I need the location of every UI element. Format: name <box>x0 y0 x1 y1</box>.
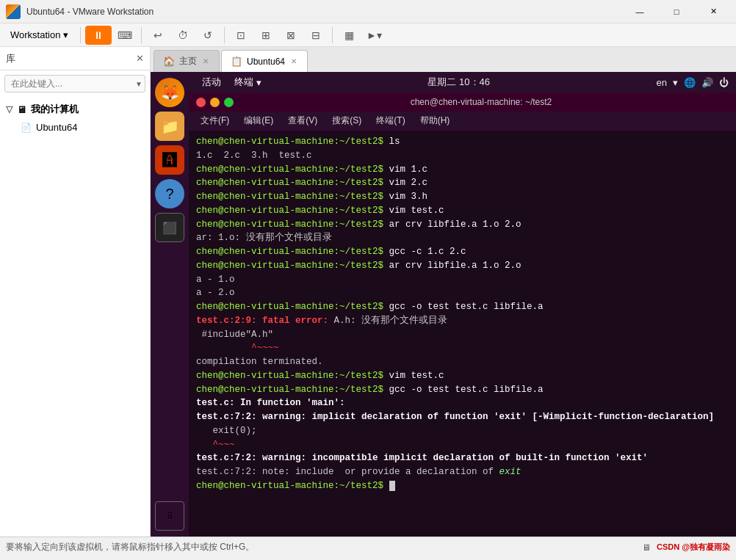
sidebar-close[interactable]: ✕ <box>136 53 144 64</box>
dock-help[interactable]: ? <box>155 179 184 208</box>
terminal-line: chen@chen-virtual-machine:~/test2$ vim 2… <box>196 176 729 190</box>
terminal-line: test.c:7:2: warning: incompatible implic… <box>196 451 729 465</box>
terminal-line: chen@chen-virtual-machine:~/test2$ <box>196 479 729 493</box>
separator4 <box>332 27 333 43</box>
terminal-line: 1.c 2.c 3.h test.c <box>196 149 729 163</box>
home-icon: 🏠 <box>163 56 175 67</box>
status-bar: 要将输入定向到该虚拟机，请将鼠标指针移入其中或按 Ctrl+G。 🖥 CSDN … <box>0 537 736 557</box>
terminal-line: chen@chen-virtual-machine:~/test2$ gcc -… <box>196 245 729 259</box>
separator3 <box>224 27 225 43</box>
dock-files[interactable]: 📁 <box>155 112 184 141</box>
my-computer-label: 我的计算机 <box>31 103 79 116</box>
terminal-line: test.c:7:2: warning: implicit declaratio… <box>196 410 729 424</box>
ubuntu-title-bar: chen@chen-virtual-machine: ~/test2 <box>189 92 736 112</box>
toolbar-btn-more[interactable]: ►▾ <box>362 25 386 46</box>
toolbar-btn-zoom[interactable]: ⊟ <box>304 25 328 46</box>
ubuntu-header: 活动 终端 ▾ 星期二 10：46 en ▾ 🌐 🔊 <box>189 72 736 112</box>
window-title: Ubuntu64 - VMware Workstation <box>26 7 623 17</box>
terminal-output[interactable]: chen@chen-virtual-machine:~/test2$ ls1.c… <box>189 131 736 537</box>
power-icon: ⏻ <box>719 77 729 88</box>
terminal-line: #include"A.h" <box>196 328 729 342</box>
menu-help[interactable]: 帮助(H) <box>414 113 456 128</box>
terminal-line: test.c:7:2: note: include or provide a d… <box>196 465 729 479</box>
terminal-line: chen@chen-virtual-machine:~/test2$ ls <box>196 135 729 149</box>
brand-label: CSDN @独有凝雨染 <box>657 542 730 553</box>
sidebar-header: 库 ✕ <box>0 47 150 70</box>
terminal-menu-label[interactable]: 终端 ▾ <box>234 76 261 89</box>
toolbar-btn-fit[interactable]: ⊠ <box>279 25 303 46</box>
dock-apps[interactable]: ⠿ <box>155 501 184 531</box>
menu-edit[interactable]: 编辑(E) <box>238 113 279 128</box>
terminal-line: a - 2.o <box>196 286 729 300</box>
toolbar-btn-unity[interactable]: ⊞ <box>254 25 278 46</box>
ubuntu-window-buttons <box>196 98 234 107</box>
sidebar-item-my-computer[interactable]: ▽ 🖥 我的计算机 <box>0 100 150 119</box>
terminal-line: compilation terminated. <box>196 355 729 369</box>
ubuntu64-label: Ubuntu64 <box>36 122 77 133</box>
terminal-line: ^~~~~ <box>196 341 729 355</box>
status-right: 🖥 CSDN @独有凝雨染 <box>642 542 730 553</box>
status-message: 要将输入定向到该虚拟机，请将鼠标指针移入其中或按 Ctrl+G。 <box>6 541 254 553</box>
tab-ubuntu64[interactable]: 📋 Ubuntu64 ✕ <box>221 50 308 72</box>
ubuntu-window-title: chen@chen-virtual-machine: ~/test2 <box>234 97 729 107</box>
terminal-line: test.c:2:9: fatal error: A.h: 没有那个文件或目录 <box>196 314 729 328</box>
menu-file[interactable]: 文件(F) <box>195 113 235 128</box>
ubuntu-minimize-btn[interactable] <box>210 98 220 107</box>
title-bar: Ubuntu64 - VMware Workstation — □ ✕ <box>0 0 736 23</box>
home-tab-close[interactable]: ✕ <box>201 56 210 67</box>
maximize-button[interactable]: □ <box>660 4 693 19</box>
ubuntu-top-bar: 活动 终端 ▾ 星期二 10：46 en ▾ 🌐 🔊 <box>189 72 736 92</box>
vm-file-icon: 📄 <box>21 123 32 133</box>
workstation-menu[interactable]: Workstation ▾ <box>3 26 76 43</box>
terminal-area[interactable]: 活动 终端 ▾ 星期二 10：46 en ▾ 🌐 🔊 <box>189 72 736 537</box>
dock-firefox[interactable]: 🦊 <box>155 78 184 107</box>
content-area: 🏠 主页 ✕ 📋 Ubuntu64 ✕ 🦊 📁 🅰 ? ⬛ ⠿ <box>151 47 736 537</box>
sidebar-item-ubuntu64[interactable]: 📄 Ubuntu64 <box>0 119 150 136</box>
toolbar: Workstation ▾ ⏸ ⌨ ↩ ⏱ ↺ ⊡ ⊞ ⊠ ⊟ ▦ ►▾ <box>0 23 736 47</box>
terminal-line: chen@chen-virtual-machine:~/test2$ gcc -… <box>196 300 729 314</box>
ubuntu-maximize-btn[interactable] <box>224 98 234 107</box>
terminal-line: chen@chen-virtual-machine:~/test2$ vim t… <box>196 204 729 218</box>
menu-view[interactable]: 查看(V) <box>282 113 323 128</box>
tabs-bar: 🏠 主页 ✕ 📋 Ubuntu64 ✕ <box>151 47 736 72</box>
search-dropdown-icon[interactable]: ▼ <box>135 80 142 88</box>
dock-terminal[interactable]: ⬛ <box>155 213 184 242</box>
toolbar-btn-revert[interactable]: ↩ <box>146 25 170 46</box>
close-button[interactable]: ✕ <box>696 4 730 19</box>
search-input[interactable] <box>4 75 145 92</box>
minimize-button[interactable]: — <box>623 4 657 19</box>
sidebar-search-container: ▼ <box>4 75 145 92</box>
toolbar-btn-1[interactable]: ⌨ <box>113 25 137 46</box>
toolbar-btn-suspend[interactable]: ⏱ <box>171 25 195 46</box>
menu-terminal[interactable]: 终端(T) <box>370 113 411 128</box>
separator <box>80 27 81 43</box>
toolbar-btn-restart[interactable]: ↺ <box>196 25 220 46</box>
vm-wrapper: 🦊 📁 🅰 ? ⬛ ⠿ 活动 终端 ▾ <box>151 72 736 537</box>
terminal-line: ^~~~ <box>196 438 729 452</box>
main-layout: 库 ✕ ▼ ▽ 🖥 我的计算机 📄 Ubuntu64 🏠 主页 ✕ <box>0 47 736 537</box>
sidebar-tree: ▽ 🖥 我的计算机 📄 Ubuntu64 <box>0 97 150 537</box>
datetime-display: 星期二 10：46 <box>269 76 649 89</box>
activities-button[interactable]: 活动 <box>196 74 227 90</box>
toolbar-btn-fullscreen[interactable]: ⊡ <box>229 25 253 46</box>
terminal-line: chen@chen-virtual-machine:~/test2$ vim 1… <box>196 163 729 177</box>
tab-home[interactable]: 🏠 主页 ✕ <box>154 50 220 72</box>
terminal-line: ar: 1.o: 没有那个文件或目录 <box>196 231 729 245</box>
pause-button[interactable]: ⏸ <box>85 26 112 45</box>
vm-tab-icon: 📋 <box>231 56 242 67</box>
terminal-line: exit(0); <box>196 424 729 438</box>
dock-software[interactable]: 🅰 <box>155 145 184 175</box>
sidebar: 库 ✕ ▼ ▽ 🖥 我的计算机 📄 Ubuntu64 <box>0 47 151 537</box>
network-status-icon: 🖥 <box>642 542 651 553</box>
sidebar-title: 库 <box>6 52 15 65</box>
sound-icon: 🔊 <box>701 77 713 88</box>
terminal-line: chen@chen-virtual-machine:~/test2$ gcc -… <box>196 383 729 397</box>
terminal-line: chen@chen-virtual-machine:~/test2$ ar cr… <box>196 218 729 232</box>
vm-tab-close[interactable]: ✕ <box>289 56 298 67</box>
terminal-line: test.c: In function 'main': <box>196 396 729 410</box>
ubuntu-close-btn[interactable] <box>196 98 206 107</box>
home-tab-label: 主页 <box>179 55 197 68</box>
terminal-line: chen@chen-virtual-machine:~/test2$ vim 3… <box>196 190 729 204</box>
toolbar-btn-console[interactable]: ▦ <box>337 25 361 46</box>
menu-search[interactable]: 搜索(S) <box>326 113 367 128</box>
